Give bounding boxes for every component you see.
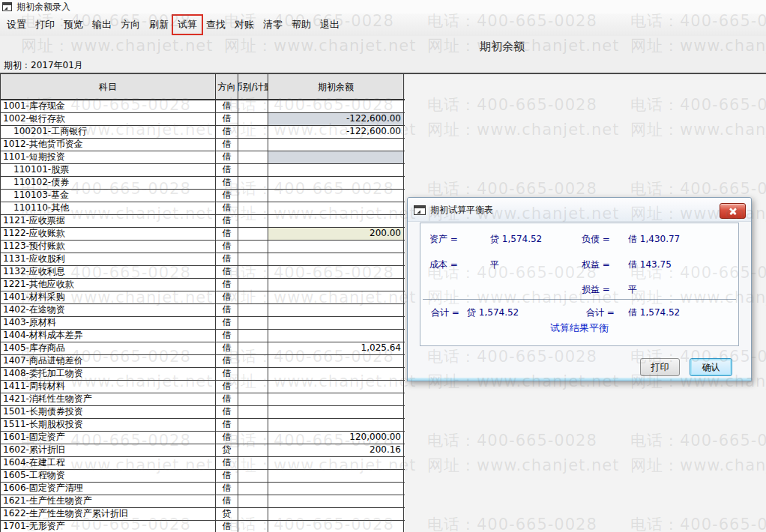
- balance-cell[interactable]: [268, 368, 404, 380]
- direction-cell[interactable]: 借: [216, 151, 238, 163]
- menu-item-refresh[interactable]: 刷新: [145, 16, 173, 34]
- dialog-titlebar[interactable]: 期初试算平衡表: [408, 198, 751, 222]
- balance-cell[interactable]: [268, 317, 404, 329]
- balance-cell[interactable]: [268, 151, 404, 163]
- table-row[interactable]: 1001-库存现金借: [1, 100, 405, 113]
- balance-cell[interactable]: [268, 470, 404, 482]
- balance-cell[interactable]: [268, 393, 404, 405]
- direction-cell[interactable]: 借: [216, 266, 238, 278]
- balance-cell[interactable]: [268, 266, 404, 278]
- table-row[interactable]: 1701-无形资产借: [1, 521, 405, 532]
- direction-cell[interactable]: 借: [216, 113, 238, 125]
- direction-cell[interactable]: 借: [216, 139, 238, 151]
- direction-cell[interactable]: 借: [216, 470, 238, 482]
- balance-cell[interactable]: [268, 381, 404, 393]
- table-row[interactable]: 1132-应收利息借: [1, 266, 405, 279]
- direction-cell[interactable]: 借: [216, 393, 238, 405]
- table-row[interactable]: 1123-预付账款借: [1, 241, 405, 253]
- direction-cell[interactable]: 借: [216, 304, 238, 316]
- balance-cell[interactable]: [268, 253, 404, 265]
- direction-cell[interactable]: 借: [216, 190, 238, 202]
- direction-cell[interactable]: 贷: [216, 508, 238, 520]
- balance-cell[interactable]: [268, 483, 404, 495]
- table-row[interactable]: 1403-原材料借: [1, 317, 405, 330]
- balance-cell[interactable]: 120,000.00: [268, 432, 404, 444]
- direction-cell[interactable]: 借: [216, 342, 238, 354]
- table-row[interactable]: 1401-材料采购借: [1, 291, 405, 304]
- menu-item-output[interactable]: 输出: [88, 16, 116, 34]
- table-row[interactable]: 100201-工商银行借-122,600.00: [1, 126, 405, 139]
- balance-cell[interactable]: [268, 291, 404, 303]
- table-row[interactable]: 1122-应收账款借200.00: [1, 228, 405, 241]
- menu-item-clear[interactable]: 清零: [259, 16, 287, 34]
- direction-cell[interactable]: 借: [216, 368, 238, 380]
- direction-cell[interactable]: 借: [216, 419, 238, 431]
- balance-cell[interactable]: [268, 330, 404, 342]
- table-row[interactable]: 1121-应收票据借: [1, 215, 405, 228]
- balance-cell[interactable]: [268, 164, 404, 176]
- balance-cell[interactable]: [268, 100, 404, 112]
- balance-cell[interactable]: 200.16: [268, 444, 404, 456]
- menu-item-reconcile[interactable]: 对账: [230, 16, 259, 34]
- balance-cell[interactable]: 200.00: [268, 228, 404, 240]
- menu-item-direction[interactable]: 方向: [116, 16, 145, 34]
- balance-cell[interactable]: [268, 419, 404, 431]
- direction-cell[interactable]: 借: [216, 381, 238, 393]
- table-row[interactable]: 1511-长期股权投资借: [1, 419, 405, 432]
- table-row[interactable]: 1606-固定资产清理借: [1, 483, 405, 495]
- menu-item-trial[interactable]: 试算: [173, 16, 202, 34]
- menu-item-find[interactable]: 查找: [202, 16, 230, 34]
- table-row[interactable]: 1622-生产性生物资产累计折旧贷: [1, 508, 405, 521]
- table-row[interactable]: 1501-长期债券投资借: [1, 406, 405, 419]
- direction-cell[interactable]: 借: [216, 521, 238, 532]
- table-row[interactable]: 1002-银行存款借-122,600.00: [1, 113, 405, 126]
- table-row[interactable]: 1131-应收股利借: [1, 253, 405, 266]
- direction-cell[interactable]: 借: [216, 355, 238, 367]
- table-row[interactable]: 1601-固定资产借120,000.00: [1, 432, 405, 444]
- table-row[interactable]: 1404-材料成本差异借: [1, 330, 405, 342]
- direction-cell[interactable]: 借: [216, 406, 238, 418]
- direction-cell[interactable]: 借: [216, 253, 238, 265]
- table-row[interactable]: 110110-其他借: [1, 202, 405, 215]
- balance-cell[interactable]: [268, 457, 404, 469]
- balance-cell[interactable]: [268, 202, 404, 214]
- menu-item-preview[interactable]: 预览: [59, 16, 88, 34]
- direction-cell[interactable]: 借: [216, 457, 238, 469]
- balance-cell[interactable]: [268, 190, 404, 202]
- balance-cell[interactable]: -122,600.00: [268, 113, 404, 125]
- direction-cell[interactable]: 借: [216, 291, 238, 303]
- balance-cell[interactable]: -122,600.00: [268, 126, 404, 138]
- balance-cell[interactable]: [268, 521, 404, 532]
- table-row[interactable]: 1621-生产性生物资产借: [1, 495, 405, 508]
- table-row[interactable]: 110101-股票借: [1, 164, 405, 177]
- direction-cell[interactable]: 借: [216, 279, 238, 291]
- direction-cell[interactable]: 借: [216, 241, 238, 253]
- table-row[interactable]: 1602-累计折旧贷200.16: [1, 444, 405, 457]
- menu-item-exit[interactable]: 退出: [316, 16, 344, 34]
- table-row[interactable]: 1012-其他货币资金借: [1, 139, 405, 151]
- menu-item-help[interactable]: 帮助: [287, 16, 316, 34]
- print-button[interactable]: 打印: [640, 358, 680, 376]
- balance-cell[interactable]: 1,025.64: [268, 342, 404, 354]
- direction-cell[interactable]: 贷: [216, 444, 238, 456]
- balance-cell[interactable]: [268, 508, 404, 520]
- menu-item-print[interactable]: 打印: [31, 16, 59, 34]
- close-icon[interactable]: [720, 203, 746, 219]
- table-row[interactable]: 1408-委托加工物资借: [1, 368, 405, 381]
- table-row[interactable]: 1421-消耗性生物资产借: [1, 393, 405, 406]
- direction-cell[interactable]: 借: [216, 228, 238, 240]
- table-row[interactable]: 110102-债券借: [1, 177, 405, 190]
- table-row[interactable]: 1221-其他应收款借: [1, 279, 405, 291]
- confirm-button[interactable]: 确认: [690, 358, 732, 376]
- table-row[interactable]: 1407-商品进销差价借: [1, 355, 405, 368]
- balance-cell[interactable]: [268, 139, 404, 151]
- balance-cell[interactable]: [268, 241, 404, 253]
- balance-cell[interactable]: [268, 177, 404, 189]
- balance-cell[interactable]: [268, 406, 404, 418]
- balance-cell[interactable]: [268, 495, 404, 507]
- direction-cell[interactable]: 借: [216, 483, 238, 495]
- table-row[interactable]: 1411-周转材料借: [1, 381, 405, 393]
- table-row[interactable]: 110103-基金借: [1, 190, 405, 202]
- table-row[interactable]: 1402-在途物资借: [1, 304, 405, 317]
- balance-cell[interactable]: [268, 279, 404, 291]
